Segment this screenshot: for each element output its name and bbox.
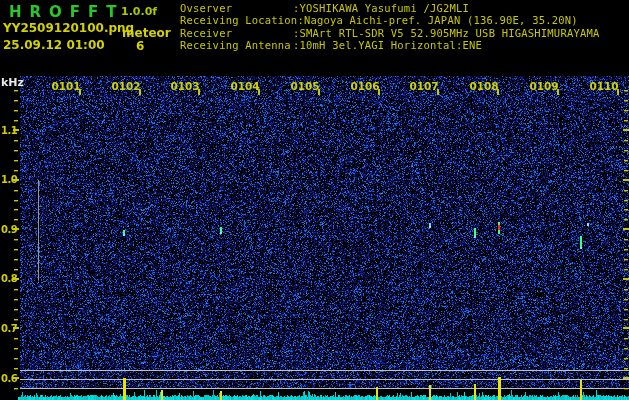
time-tick-label: 0104 (227, 80, 263, 92)
app-title: HROFFT (9, 3, 125, 21)
freq-tick-label: 0.8 (1, 273, 17, 284)
observer-info-block: Ovserver:YOSHIKAWA Yasufumi /JG2MLIRecei… (180, 2, 629, 52)
mode-label: meteor (122, 26, 171, 40)
time-tick-label: 0110 (586, 80, 622, 92)
info-value: :SMArt RTL-SDR V5 52.905MHz USB HIGASHIM… (293, 27, 600, 39)
observer-info-row: Receiving Location:Nagoya Aichi-pref. JA… (180, 14, 629, 26)
output-filename: YY2509120100.png (3, 21, 134, 35)
freq-unit-label: kHz (1, 76, 24, 89)
observer-info-row: Receiving Antenna:10mH 3el.YAGI Horizont… (180, 39, 629, 51)
info-label: Receiving Location (180, 14, 297, 26)
time-tick-label: 0109 (526, 80, 562, 92)
freq-tick-label: 0.9 (1, 224, 17, 235)
app-version: 1.0.0f (121, 5, 157, 18)
observer-info-row: Receiver:SMArt RTL-SDR V5 52.905MHz USB … (180, 27, 629, 39)
freq-tick-label: 1.1 (1, 125, 17, 136)
hrofft-screen: HROFFT 1.0.0f YY2509120100.png meteor 25… (0, 0, 629, 400)
time-tick-label: 0105 (287, 80, 323, 92)
info-value: :Nagoya Aichi-pref. JAPAN (136.90E, 35.2… (297, 14, 577, 26)
time-tick-label: 0108 (466, 80, 502, 92)
time-tick-label: 0106 (347, 80, 383, 92)
time-tick-label: 0101 (48, 80, 84, 92)
time-tick-label: 0102 (108, 80, 144, 92)
freq-tick-label: 0.6 (1, 373, 17, 384)
datetime-label: 25.09.12 01:00 (3, 38, 105, 52)
time-tick-label: 0107 (406, 80, 442, 92)
info-value: :YOSHIKAWA Yasufumi /JG2MLI (293, 2, 469, 14)
info-label: Receiving Antenna (180, 39, 293, 51)
spectrogram-canvas (0, 0, 629, 400)
freq-tick-label: 0.7 (1, 323, 17, 334)
info-value: :10mH 3el.YAGI Horizontal:ENE (293, 39, 482, 51)
meteor-count: 6 (136, 39, 144, 53)
freq-tick-label: 1.0 (1, 174, 17, 185)
observer-info-row: Ovserver:YOSHIKAWA Yasufumi /JG2MLI (180, 2, 629, 14)
info-label: Ovserver (180, 2, 293, 14)
info-label: Receiver (180, 27, 293, 39)
time-tick-label: 0103 (167, 80, 203, 92)
